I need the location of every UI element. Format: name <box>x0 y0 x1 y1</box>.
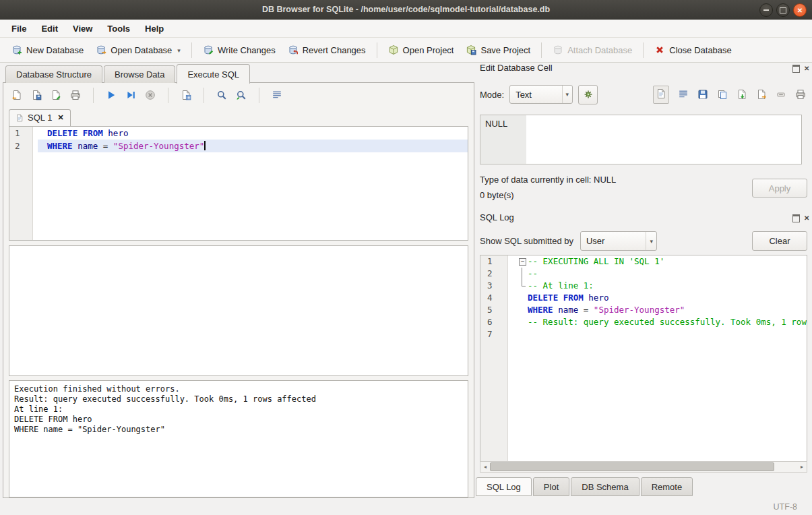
save-project-button[interactable]: Save Project <box>460 41 536 59</box>
stop-execution-button <box>144 88 157 102</box>
auto-switch-mode-button[interactable] <box>578 85 598 104</box>
sql1-tab[interactable]: SQL 1 ✕ <box>9 109 71 126</box>
execute-all-button[interactable] <box>104 88 118 102</box>
revert-changes-button[interactable]: Revert Changes <box>282 41 372 59</box>
execute-current-line-icon <box>125 90 136 100</box>
encoding-indicator[interactable]: UTF-8 <box>774 502 797 512</box>
export-cell-icon[interactable] <box>756 89 767 100</box>
output-line: Result: query executed successfully. Too… <box>14 394 463 404</box>
revert-changes-icon <box>288 44 299 55</box>
menu-tools[interactable]: Tools <box>100 21 137 36</box>
save-sql-as-button[interactable] <box>49 88 63 102</box>
fold-guide <box>518 268 528 280</box>
save-results-button[interactable] <box>179 88 193 102</box>
code-line[interactable]: 1DELETE FROM hero <box>9 127 468 140</box>
fold-guide <box>518 292 528 304</box>
float-panel-icon[interactable] <box>792 214 800 222</box>
tab-database-structure[interactable]: Database Structure <box>5 65 102 83</box>
toolbar-separator <box>191 42 192 58</box>
log-horizontal-scrollbar[interactable]: ◂ ▸ <box>480 461 807 473</box>
set-null-icon[interactable] <box>776 89 786 100</box>
tab-label: Database Structure <box>16 69 92 80</box>
code-line[interactable]: 1−-- EXECUTING ALL IN 'SQL 1' <box>480 255 807 268</box>
tab-browse-data[interactable]: Browse Data <box>104 65 175 83</box>
tab-sql-log[interactable]: SQL Log <box>476 477 532 496</box>
tab-plot[interactable]: Plot <box>533 477 569 496</box>
fold-toggle-icon[interactable]: − <box>518 255 528 268</box>
word-wrap-icon[interactable] <box>678 89 689 100</box>
menu-edit[interactable]: Edit <box>34 21 65 36</box>
code-line[interactable]: 6-- Result: query executed successfully.… <box>480 316 807 328</box>
open-database-dropdown-icon[interactable]: ▾ <box>177 47 181 55</box>
code-line[interactable]: 2WHERE name = "Spider-Youngster" <box>9 140 468 152</box>
execution-output[interactable]: Execution finished without errors.Result… <box>9 380 468 497</box>
close-icon: ✕ <box>797 7 803 14</box>
format-sql-button[interactable] <box>270 88 284 102</box>
menu-file[interactable]: File <box>4 21 34 36</box>
code-line[interactable]: 4DELETE FROM hero <box>480 292 807 304</box>
tab-execute-sql[interactable]: Execute SQL <box>177 64 250 84</box>
maximize-button[interactable] <box>776 3 790 17</box>
toolbar-separator <box>204 88 204 103</box>
mode-select[interactable]: Text ▾ <box>509 85 573 104</box>
sql-log-dock-controls: ✕ <box>792 214 809 222</box>
open-project-button[interactable]: Open Project <box>382 41 460 59</box>
open-sql-file-button[interactable] <box>10 88 24 102</box>
save-cell-icon[interactable] <box>697 89 708 100</box>
sql-log-view[interactable]: 1−-- EXECUTING ALL IN 'SQL 1'2--3-- At l… <box>480 255 807 462</box>
replace-button[interactable] <box>235 88 248 102</box>
open-project-label: Open Project <box>403 45 454 55</box>
text-mode-button[interactable] <box>653 86 669 104</box>
print-sql-button[interactable] <box>69 88 82 102</box>
save-sql-file-icon <box>31 90 42 100</box>
new-database-icon <box>11 44 22 55</box>
save-sql-file-button[interactable] <box>30 88 43 102</box>
output-line: Execution finished without errors. <box>14 384 463 394</box>
menu-bar: File Edit View Tools Help <box>0 20 812 38</box>
open-database-button[interactable]: Open Database ▾ <box>90 41 187 59</box>
find-button[interactable] <box>215 88 228 102</box>
close-panel-icon[interactable]: ✕ <box>804 65 809 72</box>
code-text: -- At line 1: <box>514 280 807 292</box>
print-cell-icon[interactable] <box>795 89 806 100</box>
save-project-icon <box>466 44 476 55</box>
close-panel-icon[interactable]: ✕ <box>804 215 809 222</box>
cell-editor[interactable]: NULL <box>480 115 802 164</box>
code-line[interactable]: 7 <box>480 328 807 340</box>
copy-cell-icon[interactable] <box>717 89 728 100</box>
chevron-down-icon: ▾ <box>646 232 656 250</box>
new-database-button[interactable]: New Database <box>5 41 90 59</box>
line-number: 2 <box>480 268 514 280</box>
tab-db-schema[interactable]: DB Schema <box>571 477 639 496</box>
code-line[interactable]: 3-- At line 1: <box>480 280 807 292</box>
code-text <box>514 328 807 340</box>
menu-help[interactable]: Help <box>137 21 171 36</box>
import-cell-icon[interactable] <box>737 89 747 100</box>
edit-cell-dock-controls: ✕ <box>792 65 809 73</box>
code-line[interactable]: 2-- <box>480 268 807 280</box>
float-panel-icon[interactable] <box>792 65 800 73</box>
code-text: DELETE FROM hero <box>514 292 807 304</box>
code-line[interactable]: 5WHERE name = "Spider-Youngster" <box>480 304 807 316</box>
revert-changes-label: Revert Changes <box>303 45 366 55</box>
write-changes-button[interactable]: Write Changes <box>197 41 282 59</box>
close-window-button[interactable]: ✕ <box>793 3 807 17</box>
toolbar-separator <box>259 88 259 103</box>
results-grid[interactable] <box>9 245 468 376</box>
minimize-button[interactable] <box>759 3 773 17</box>
tab-remote[interactable]: Remote <box>641 477 693 496</box>
edit-cell-toolbar: Mode: Text ▾ <box>480 85 806 104</box>
submitted-by-select[interactable]: User ▾ <box>580 231 657 251</box>
scroll-right-icon[interactable]: ▸ <box>797 464 807 470</box>
line-number: 2 <box>9 140 38 152</box>
scrollbar-thumb[interactable] <box>490 462 774 471</box>
sql-editor[interactable]: 1DELETE FROM hero2WHERE name = "Spider-Y… <box>9 126 468 241</box>
title-bar[interactable]: DB Browser for SQLite - /home/user/code/… <box>0 0 812 20</box>
scroll-left-icon[interactable]: ◂ <box>480 464 490 470</box>
execute-current-line-button[interactable] <box>124 88 137 102</box>
close-tab-icon[interactable]: ✕ <box>57 113 63 122</box>
clear-log-button[interactable]: Clear <box>752 231 807 251</box>
text-document-icon <box>656 88 666 99</box>
menu-view[interactable]: View <box>65 21 100 36</box>
close-database-button[interactable]: Close Database <box>648 41 738 59</box>
